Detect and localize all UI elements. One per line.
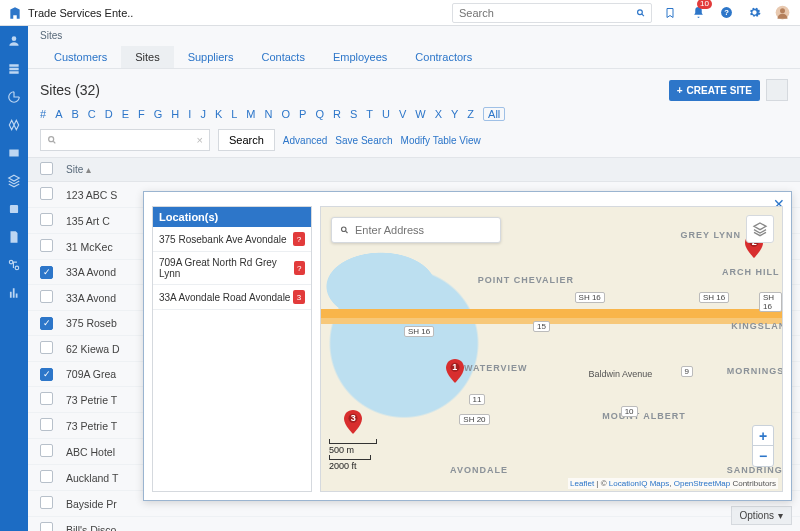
zoom-control: + − <box>752 425 774 467</box>
road-label: 11 <box>469 394 486 405</box>
global-search-input[interactable] <box>459 7 636 19</box>
rail-icon[interactable] <box>5 200 23 218</box>
help-icon[interactable]: ? <box>716 3 736 23</box>
map-area-label: MOUNT ALBERT <box>602 411 686 421</box>
location-item[interactable]: 375 Rosebank Ave Avondale? <box>153 227 311 252</box>
location-label: 375 Rosebank Ave Avondale <box>159 234 287 245</box>
location-pin-icon: ? <box>293 232 305 246</box>
location-label: 33A Avondale Road Avondale <box>159 292 290 303</box>
zoom-in-button[interactable]: + <box>753 426 773 446</box>
road-label: 10 <box>621 406 638 417</box>
gear-icon[interactable] <box>744 3 764 23</box>
map-area-label: POINT CHEVALIER <box>478 275 574 285</box>
svg-point-13 <box>342 227 347 232</box>
modal-backdrop: ✕ Location(s) 375 Rosebank Ave Avondale?… <box>28 26 800 531</box>
svg-rect-1 <box>10 205 18 213</box>
zoom-out-button[interactable]: − <box>753 446 773 466</box>
location-pin-icon: 3 <box>293 290 305 304</box>
locationiq-link[interactable]: LocationIQ Maps <box>609 479 669 488</box>
svg-point-4 <box>637 9 642 14</box>
map-attribution: Leaflet | © LocationIQ Maps, OpenStreetM… <box>568 478 778 489</box>
locations-panel: Location(s) 375 Rosebank Ave Avondale?70… <box>152 206 312 492</box>
avatar[interactable] <box>772 3 792 23</box>
location-item[interactable]: 33A Avondale Road Avondale3 <box>153 285 311 310</box>
map-modal: ✕ Location(s) 375 Rosebank Ave Avondale?… <box>143 191 792 501</box>
scale-imperial: 2000 ft <box>329 461 377 471</box>
search-icon <box>636 8 645 18</box>
map-area-label: WATERVIEW <box>464 363 528 373</box>
bookmark-icon[interactable] <box>660 3 680 23</box>
leaflet-link[interactable]: Leaflet <box>570 479 594 488</box>
map-area-label: Baldwin Avenue <box>588 369 652 379</box>
location-pin-icon: ? <box>294 261 305 275</box>
svg-point-0 <box>12 36 17 41</box>
map-area-label: MORNINGSIDE <box>727 366 783 376</box>
bell-icon[interactable]: 10 <box>688 3 708 23</box>
address-search[interactable] <box>331 217 501 243</box>
road-label: SH 16 <box>404 326 434 337</box>
rail-icon[interactable] <box>5 172 23 190</box>
road-label: SH 16 <box>575 292 605 303</box>
map-area-label: ARCH HILL <box>722 267 780 277</box>
map-marker[interactable]: 1 <box>446 359 464 383</box>
map-tiles <box>321 207 782 491</box>
rail-icon[interactable] <box>5 256 23 274</box>
rail-icon[interactable] <box>5 60 23 78</box>
top-bar: Trade Services Ente.. 10 ? <box>0 0 800 26</box>
road-label: SH 16 <box>699 292 729 303</box>
location-label: 709A Great North Rd Grey Lynn <box>159 257 294 279</box>
address-input[interactable] <box>355 224 492 236</box>
map-marker[interactable]: 3 <box>344 410 362 434</box>
road-label: 15 <box>533 321 550 332</box>
notif-badge: 10 <box>697 0 712 9</box>
svg-point-3 <box>15 266 19 270</box>
map-area-label: KINGSLAND <box>731 321 783 331</box>
left-nav-rail <box>0 0 28 531</box>
location-item[interactable]: 709A Great North Rd Grey Lynn? <box>153 252 311 285</box>
svg-point-8 <box>780 8 785 13</box>
road-label: SH 16 <box>759 292 782 312</box>
rail-icon[interactable] <box>5 116 23 134</box>
map-scale: 500 m 2000 ft <box>329 439 377 471</box>
org-name: Trade Services Ente.. <box>28 7 133 19</box>
locations-header: Location(s) <box>153 207 311 227</box>
map-panel[interactable]: GREY LYNNARCH HILLKINGSLANDMORNINGSIDEPO… <box>320 206 783 492</box>
map-area-label: GREY LYNN <box>681 230 742 240</box>
rail-icon[interactable] <box>5 32 23 50</box>
rail-icon[interactable] <box>5 144 23 162</box>
map-area-label: AVONDALE <box>450 465 508 475</box>
svg-text:?: ? <box>724 8 729 17</box>
road-label: 9 <box>681 366 693 377</box>
rail-icon[interactable] <box>5 88 23 106</box>
global-search[interactable] <box>452 3 652 23</box>
layers-button[interactable] <box>746 215 774 243</box>
search-icon <box>340 225 349 235</box>
building-icon <box>8 6 22 20</box>
rail-icon[interactable] <box>5 284 23 302</box>
road-label: SH 20 <box>459 414 489 425</box>
main-workspace: Sites CustomersSitesSuppliersContactsEmp… <box>28 26 800 531</box>
svg-point-2 <box>9 260 13 264</box>
rail-icon[interactable] <box>5 228 23 246</box>
org-title[interactable]: Trade Services Ente.. <box>8 6 133 20</box>
scale-metric: 500 m <box>329 445 377 455</box>
osm-link[interactable]: OpenStreetMap <box>674 479 730 488</box>
